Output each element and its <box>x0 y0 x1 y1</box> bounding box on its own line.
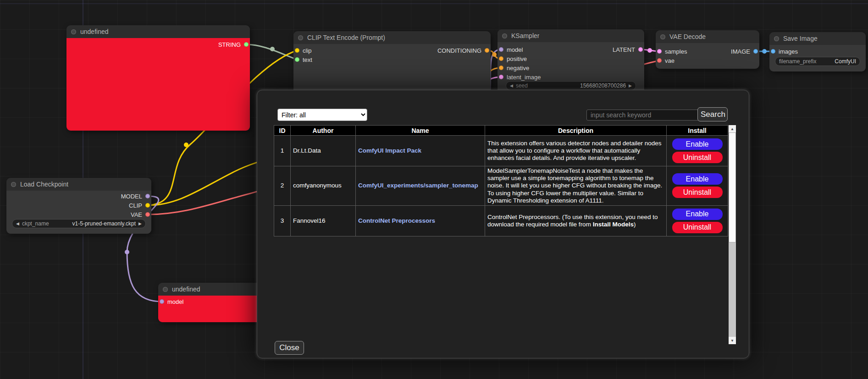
slot-dot-latent[interactable] <box>638 47 643 52</box>
node-collapse-icon[interactable] <box>163 287 168 292</box>
node-title: CLIP Text Encode (Prompt) <box>307 34 385 41</box>
node-undefined-top[interactable]: undefined STRING <box>66 25 250 131</box>
link-dot-latent <box>647 48 652 53</box>
extension-link[interactable]: ComfyUI_experiments/sampler_tonemap <box>358 182 478 189</box>
next-arrow-icon[interactable]: ▶ <box>138 221 142 226</box>
node-title: undefined <box>172 286 200 293</box>
slot-dot-vae[interactable] <box>657 58 662 63</box>
extension-author: Fannovel16 <box>291 205 356 236</box>
header-name: Name <box>356 126 485 136</box>
extension-name: ComfyUI_experiments/sampler_tonemap <box>356 166 485 206</box>
output-slot-conditioning: CONDITIONING <box>437 46 489 55</box>
scroll-up-icon[interactable]: ▲ <box>729 125 736 132</box>
extension-link[interactable]: ControlNet Preprocessors <box>358 217 435 224</box>
extension-id: 3 <box>274 205 291 236</box>
input-slot-model: model <box>160 297 183 306</box>
link-dot-string <box>270 47 275 51</box>
slot-label: model <box>507 46 523 53</box>
node-load-checkpoint[interactable]: Load Checkpoint MODEL CLIP VAE ◀ ckpt_na… <box>6 178 151 234</box>
extensions-table: ID Author Name Description Install 1Dr.L… <box>274 125 728 236</box>
node-title-bar[interactable]: Save Image <box>769 32 866 45</box>
description-segment: This extension offers various detector n… <box>487 140 661 161</box>
comfyui-canvas[interactable]: undefined STRING CLIP Text Encode (Promp… <box>0 0 868 379</box>
slot-dot-images[interactable] <box>771 49 775 54</box>
slot-dot-negative[interactable] <box>499 66 503 70</box>
slot-dot-clip[interactable] <box>145 203 150 208</box>
slot-dot-samples[interactable] <box>657 49 662 54</box>
extension-install-cell: EnableUninstall <box>667 205 728 236</box>
slot-dot-string[interactable] <box>244 42 249 47</box>
slot-dot-model[interactable] <box>145 194 150 198</box>
increase-arrow-icon[interactable]: ▶ <box>629 83 632 88</box>
enable-button[interactable]: Enable <box>672 138 723 150</box>
widget-value: v1-5-pruned-emaonly.ckpt <box>72 220 136 227</box>
node-title-bar[interactable]: CLIP Text Encode (Prompt) <box>293 31 491 44</box>
input-slot-latent-image: latent_image <box>499 72 541 82</box>
node-title-bar[interactable]: undefined <box>158 283 273 296</box>
input-slot-vae: vae <box>657 56 674 65</box>
slot-dot-positive[interactable] <box>499 56 503 61</box>
node-collapse-icon[interactable] <box>774 36 779 41</box>
output-slot-model: MODEL <box>121 192 150 201</box>
description-segment: ModelSamplerTonemapNoiseTest a node that… <box>487 167 662 204</box>
input-slot-text: text <box>295 55 312 64</box>
link-dot-clip <box>184 143 188 147</box>
close-button[interactable]: Close <box>275 341 304 355</box>
node-collapse-icon[interactable] <box>660 34 665 39</box>
slot-dot-model[interactable] <box>499 47 503 52</box>
node-body: MODEL CLIP VAE ◀ ckpt_name v1-5-pruned-e… <box>6 191 151 234</box>
description-segment: Install Models <box>593 221 634 228</box>
scrollbar-thumb[interactable] <box>729 132 736 242</box>
filter-select[interactable]: Filter: all <box>277 109 367 121</box>
node-title-bar[interactable]: undefined <box>66 25 250 38</box>
enable-button[interactable]: Enable <box>672 173 723 185</box>
search-button[interactable]: Search <box>697 107 728 121</box>
decrease-arrow-icon[interactable]: ◀ <box>510 83 513 88</box>
extension-row: 2comfyanonymousComfyUI_experiments/sampl… <box>274 166 728 206</box>
filename-prefix-widget[interactable]: filename_prefix ComfyUI <box>775 57 860 66</box>
ckpt-name-widget[interactable]: ◀ ckpt_name v1-5-pruned-emaonly.ckpt ▶ <box>12 219 146 228</box>
node-title-bar[interactable]: KSampler <box>498 29 644 42</box>
table-scrollbar[interactable]: ▲ ▼ <box>729 125 736 344</box>
slot-dot-model[interactable] <box>160 299 164 304</box>
extension-author: comfyanonymous <box>291 166 356 206</box>
node-undefined-bottom[interactable]: undefined model <box>158 283 273 322</box>
output-slot-string: STRING <box>218 40 249 49</box>
slot-dot-latent-image[interactable] <box>499 75 503 79</box>
node-title-bar[interactable]: VAE Decode <box>656 30 759 43</box>
extension-id: 2 <box>274 166 291 206</box>
node-body: images filename_prefix ComfyUI <box>769 45 866 71</box>
scroll-down-icon[interactable]: ▼ <box>729 337 736 344</box>
node-collapse-icon[interactable] <box>11 182 16 187</box>
link-dot-conditioning <box>492 52 497 57</box>
search-input[interactable] <box>586 110 700 121</box>
slot-dot-clip[interactable] <box>295 48 299 53</box>
node-vae-decode[interactable]: VAE Decode samples vae IMAGE <box>656 30 759 69</box>
node-title-bar[interactable]: Load Checkpoint <box>6 178 151 191</box>
node-title: Save Image <box>783 35 818 42</box>
header-description: Description <box>485 126 667 136</box>
seed-widget[interactable]: ◀ seed 156680208700286 ▶ <box>506 81 636 90</box>
extension-name: ComfyUI Impact Pack <box>356 136 485 166</box>
uninstall-button[interactable]: Uninstall <box>672 187 723 198</box>
slot-dot-conditioning[interactable] <box>485 48 489 53</box>
slot-label: VAE <box>131 211 142 218</box>
slot-dot-text[interactable] <box>295 57 299 62</box>
extension-link[interactable]: ComfyUI Impact Pack <box>358 147 421 154</box>
slot-dot-vae[interactable] <box>145 212 150 217</box>
slot-label: positive <box>507 55 527 62</box>
slot-dot-image[interactable] <box>753 49 758 54</box>
node-collapse-icon[interactable] <box>298 35 303 40</box>
node-collapse-icon[interactable] <box>71 29 76 34</box>
enable-button[interactable]: Enable <box>672 209 723 220</box>
extensions-table-container: ID Author Name Description Install 1Dr.L… <box>274 125 736 344</box>
header-id: ID <box>274 126 291 136</box>
previous-arrow-icon[interactable]: ◀ <box>16 221 19 226</box>
slot-label: negative <box>507 65 529 71</box>
slot-label: MODEL <box>121 193 142 200</box>
uninstall-button[interactable]: Uninstall <box>672 152 723 163</box>
widget-value: ComfyUI <box>835 58 856 65</box>
node-save-image[interactable]: Save Image images filename_prefix ComfyU… <box>769 32 866 71</box>
uninstall-button[interactable]: Uninstall <box>672 222 723 233</box>
node-collapse-icon[interactable] <box>502 33 507 38</box>
